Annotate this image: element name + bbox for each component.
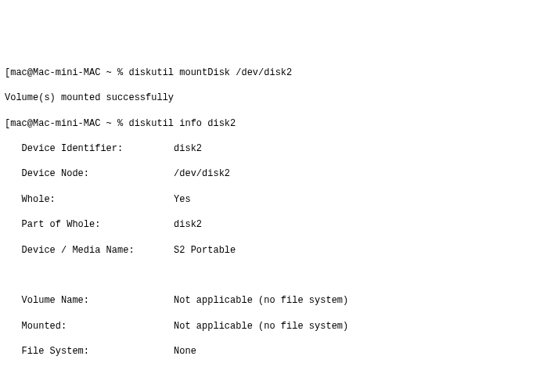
- info-volume-name: Volume Name: Not applicable (no file sys…: [5, 294, 549, 307]
- terminal-output[interactable]: [mac@Mac-mini-MAC ~ % diskutil mountDisk…: [5, 54, 549, 392]
- blank-line: [5, 370, 549, 383]
- prompt-line-1: [mac@Mac-mini-MAC ~ % diskutil mountDisk…: [5, 67, 549, 79]
- info-device-node: Device Node: /dev/disk2: [5, 167, 549, 180]
- blank-line: [5, 269, 549, 282]
- info-file-system: File System: None: [5, 345, 549, 358]
- prompt-line-2: [mac@Mac-mini-MAC ~ % diskutil info disk…: [5, 117, 549, 130]
- info-device-media-name: Device / Media Name: S2 Portable: [5, 244, 549, 257]
- info-mounted: Mounted: Not applicable (no file system): [5, 320, 549, 333]
- info-whole: Whole: Yes: [5, 193, 549, 206]
- output-mount-success: Volume(s) mounted successfully: [5, 92, 549, 104]
- info-device-identifier: Device Identifier: disk2: [5, 142, 549, 155]
- info-part-of-whole: Part of Whole: disk2: [5, 218, 549, 231]
